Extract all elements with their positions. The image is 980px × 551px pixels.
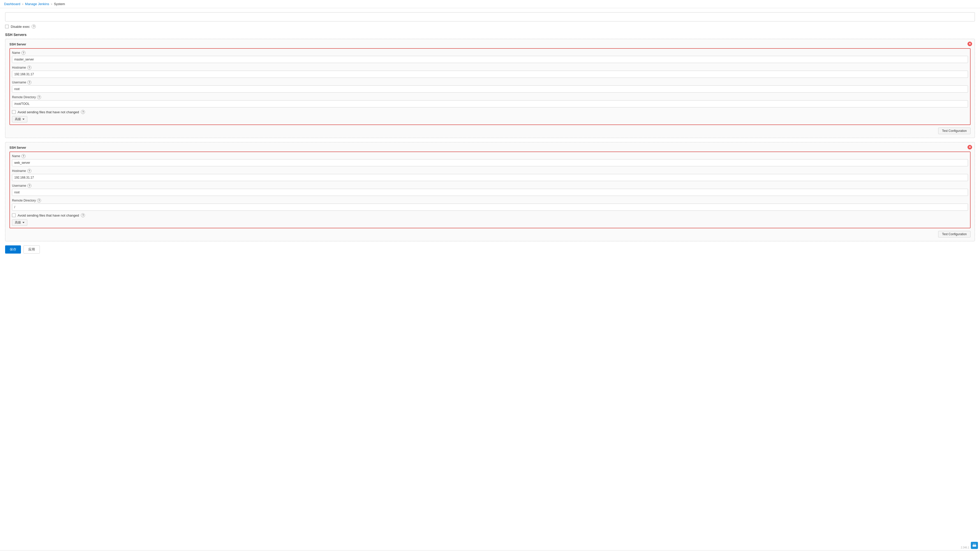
ssh-server-card-2: SSH Server ✕ Name ? Hostname ? Userna bbox=[5, 142, 975, 241]
server2-avoid-checkbox[interactable] bbox=[12, 213, 16, 217]
server1-name-highlight-box: Name ? Hostname ? Username ? bbox=[10, 48, 970, 125]
server2-remote-dir-help[interactable]: ? bbox=[37, 198, 41, 203]
server2-advanced-label: 高级 bbox=[15, 221, 21, 225]
server2-hostname-label: Hostname ? bbox=[12, 169, 968, 173]
version-text: 2.346.1 bbox=[961, 546, 969, 549]
server2-name-label: Name ? bbox=[12, 154, 968, 158]
disable-exec-checkbox[interactable] bbox=[5, 25, 9, 28]
server2-name-input[interactable] bbox=[12, 159, 968, 166]
server2-hostname-group: Hostname ? bbox=[12, 169, 968, 181]
server2-hostname-help[interactable]: ? bbox=[27, 169, 32, 173]
server1-remote-dir-group: Remote Directory ? bbox=[12, 95, 968, 107]
breadcrumb-sep-1: > bbox=[22, 3, 24, 6]
apply-button[interactable]: 应用 bbox=[24, 245, 40, 254]
server1-username-label: Username ? bbox=[12, 80, 968, 84]
save-button[interactable]: 保存 bbox=[5, 245, 21, 254]
server2-remote-dir-group: Remote Directory ? bbox=[12, 198, 968, 211]
server2-name-help[interactable]: ? bbox=[21, 154, 25, 158]
ssh-server-card-1: SSH Server ✕ Name ? Hostname ? Userna bbox=[5, 39, 975, 138]
server1-hostname-label: Hostname ? bbox=[12, 65, 968, 70]
server1-username-help[interactable]: ? bbox=[27, 80, 32, 84]
disable-exec-label: Disable exec bbox=[11, 25, 30, 29]
ssh-server-card-2-title: SSH Server bbox=[10, 146, 970, 149]
server2-username-input[interactable] bbox=[12, 189, 968, 196]
server2-advanced-chevron-icon bbox=[22, 222, 24, 223]
server1-advanced-label: 高级 bbox=[15, 117, 21, 121]
breadcrumb: Dashboard > Manage Jenkins > System bbox=[0, 0, 980, 8]
corner-badge bbox=[971, 542, 978, 549]
server1-name-help[interactable]: ? bbox=[21, 51, 25, 55]
server1-test-config-button[interactable]: Test Configuration bbox=[938, 127, 970, 134]
ssh-servers-section-title: SSH Servers bbox=[5, 33, 975, 37]
server1-name-group: Name ? bbox=[12, 51, 968, 63]
disable-exec-help-icon[interactable]: ? bbox=[32, 24, 36, 29]
server2-avoid-row: Avoid sending files that have not change… bbox=[12, 213, 968, 218]
svg-rect-3 bbox=[973, 545, 976, 545]
ssh-server-card-1-close[interactable]: ✕ bbox=[967, 41, 972, 46]
server1-avoid-checkbox[interactable] bbox=[12, 110, 16, 114]
server1-remote-dir-input[interactable] bbox=[12, 100, 968, 107]
server1-name-label: Name ? bbox=[12, 51, 968, 55]
server1-avoid-help[interactable]: ? bbox=[81, 110, 85, 114]
server1-username-input[interactable] bbox=[12, 86, 968, 93]
server2-name-group: Name ? bbox=[12, 154, 968, 166]
server2-username-label: Username ? bbox=[12, 184, 968, 188]
bottom-actions: 保存 应用 bbox=[5, 245, 975, 259]
top-input-area bbox=[5, 12, 975, 21]
server1-hostname-help[interactable]: ? bbox=[27, 65, 32, 70]
breadcrumb-dashboard[interactable]: Dashboard bbox=[4, 2, 21, 6]
breadcrumb-system: System bbox=[54, 2, 65, 6]
server2-username-group: Username ? bbox=[12, 184, 968, 196]
server2-name-highlight-box: Name ? Hostname ? Username ? bbox=[10, 151, 970, 228]
breadcrumb-sep-2: > bbox=[51, 3, 52, 6]
server1-advanced-chevron-icon bbox=[22, 119, 24, 120]
server2-advanced-button[interactable]: 高级 bbox=[12, 219, 27, 226]
server1-hostname-group: Hostname ? bbox=[12, 65, 968, 78]
ssh-server-card-2-close[interactable]: ✕ bbox=[967, 145, 972, 149]
server2-username-help[interactable]: ? bbox=[27, 184, 32, 188]
disable-exec-row: Disable exec ? bbox=[5, 24, 975, 29]
server2-avoid-label: Avoid sending files that have not change… bbox=[18, 213, 79, 218]
server1-remote-dir-help[interactable]: ? bbox=[37, 95, 41, 99]
server1-name-input[interactable] bbox=[12, 56, 968, 63]
server2-hostname-input[interactable] bbox=[12, 174, 968, 181]
server1-advanced-button[interactable]: 高级 bbox=[12, 116, 27, 122]
server2-test-config-button[interactable]: Test Configuration bbox=[938, 231, 970, 238]
server1-avoid-label: Avoid sending files that have not change… bbox=[18, 110, 79, 114]
server1-remote-dir-label: Remote Directory ? bbox=[12, 95, 968, 99]
ssh-server-card-1-title: SSH Server bbox=[10, 43, 970, 46]
server2-avoid-help[interactable]: ? bbox=[81, 213, 85, 218]
main-content: Disable exec ? SSH Servers SSH Server ✕ … bbox=[0, 8, 980, 550]
server2-remote-dir-label: Remote Directory ? bbox=[12, 198, 968, 203]
server2-remote-dir-input[interactable] bbox=[12, 203, 968, 211]
breadcrumb-manage-jenkins[interactable]: Manage Jenkins bbox=[25, 2, 49, 6]
server1-hostname-input[interactable] bbox=[12, 71, 968, 78]
server1-avoid-row: Avoid sending files that have not change… bbox=[12, 110, 968, 114]
server1-username-group: Username ? bbox=[12, 80, 968, 93]
